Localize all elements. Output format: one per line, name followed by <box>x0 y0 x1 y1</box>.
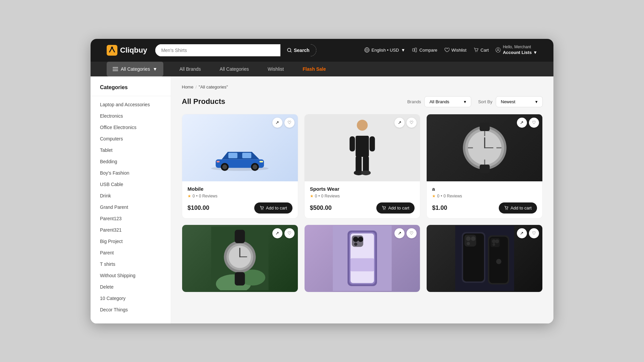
sidebar-item-without-shipping[interactable]: Without Shipping <box>91 270 171 281</box>
menu-icon <box>113 67 118 71</box>
nav-link-all-brands[interactable]: All Brands <box>170 62 210 76</box>
share-button-watch-hand[interactable]: ↗ <box>272 228 282 238</box>
share-button-sportswear[interactable]: ↗ <box>394 118 405 128</box>
sidebar-item-tshirts[interactable]: T shirts <box>91 258 171 270</box>
brands-selected: All Brands <box>429 99 449 104</box>
sidebar-item-electronics[interactable]: Electronics <box>91 110 171 122</box>
add-to-cart-sportswear[interactable]: Add to cart <box>376 202 415 214</box>
svg-point-74 <box>466 236 471 241</box>
sidebar-item-drink[interactable]: Drink <box>91 190 171 201</box>
svg-rect-48 <box>480 165 490 173</box>
sidebar-item-bedding[interactable]: Bedding <box>91 156 171 167</box>
wishlist-button-mobile[interactable]: ♡ <box>284 118 294 128</box>
account-arrow: ▼ <box>533 50 537 56</box>
star-icon: ★ <box>432 194 436 198</box>
sort-filter: Sort By Newest ▾ <box>478 96 543 107</box>
header: Cliqbuy Search English • USD ▼ <box>91 39 553 62</box>
sidebar-item-delete[interactable]: Delete <box>91 281 171 293</box>
breadcrumb-separator: / <box>196 84 197 89</box>
sidebar-item-laptop[interactable]: Laptop and Accessories <box>91 99 171 110</box>
wishlist-button-phone-purple[interactable]: ♡ <box>407 228 417 238</box>
star-icon: ★ <box>310 194 314 198</box>
add-to-cart-label-sportswear: Add to cart <box>388 205 409 210</box>
svg-point-75 <box>471 236 476 241</box>
products-header: All Products Brands All Brands ▾ Sort By… <box>182 96 543 107</box>
share-button-watch[interactable]: ↗ <box>517 118 527 128</box>
sidebar-item-usb-cable[interactable]: USB Cable <box>91 179 171 190</box>
svg-point-50 <box>507 209 508 210</box>
all-categories-button[interactable]: All Categories ▼ <box>107 62 163 76</box>
share-button-phone-black[interactable]: ↗ <box>517 228 527 238</box>
reviews-mobile: 0 Reviews <box>199 194 217 198</box>
account-name: Account Lists ▼ <box>503 50 537 56</box>
sidebar-item-parent123[interactable]: Parent123 <box>91 213 171 224</box>
svg-point-10 <box>477 51 477 52</box>
cart-button[interactable]: Cart <box>473 47 489 53</box>
product-image-sportswear: ↗ ♡ <box>305 114 420 181</box>
nav-link-flash-sale[interactable]: Flash Sale <box>293 62 335 76</box>
share-button-phone-purple[interactable]: ↗ <box>394 228 405 238</box>
svg-rect-25 <box>217 161 220 163</box>
logo-text: Cliqbuy <box>120 46 147 55</box>
sidebar-item-tablet[interactable]: Tablet <box>91 144 171 156</box>
sort-select[interactable]: Newest ▾ <box>496 96 543 107</box>
wishlist-button-phone-black[interactable]: ♡ <box>529 228 539 238</box>
product-image-phone-purple: ↗ ♡ <box>305 225 420 292</box>
svg-rect-69 <box>351 258 374 272</box>
sidebar-item-decor-things[interactable]: Decor Things <box>91 304 171 315</box>
sidebar-item-big-project[interactable]: Big Project <box>91 236 171 247</box>
search-button[interactable]: Search <box>280 44 316 56</box>
nav-links: All Brands All Categories Wishlist Flash… <box>170 62 335 76</box>
sidebar-item-computers[interactable]: Computers <box>91 133 171 144</box>
add-to-cart-watch[interactable]: Add to cart <box>499 202 537 214</box>
product-actions-phone-black: ↗ ♡ <box>517 228 539 238</box>
add-to-cart-label-watch: Add to cart <box>511 205 532 210</box>
language-selector[interactable]: English • USD ▼ <box>364 47 406 53</box>
rating-score-watch: 0 <box>437 194 439 198</box>
product-card-sportswear: ↗ ♡ Sports Wear ★ 0 • 0 Reviews <box>304 114 421 219</box>
product-name-sportswear: Sports Wear <box>310 186 415 192</box>
sidebar-item-office-electronics[interactable]: Office Electronics <box>91 122 171 133</box>
nav-link-all-categories[interactable]: All Categories <box>210 62 258 76</box>
share-button-mobile[interactable]: ↗ <box>272 118 282 128</box>
sidebar-item-boys-fashion[interactable]: Boy's Fashion <box>91 167 171 179</box>
wishlist-button-watch-hand[interactable]: ♡ <box>284 228 294 238</box>
cart-label: Cart <box>481 48 489 53</box>
star-icon: ★ <box>187 194 191 198</box>
logo[interactable]: Cliqbuy <box>107 45 147 56</box>
svg-point-68 <box>354 243 358 246</box>
compare-button[interactable]: Compare <box>412 47 437 53</box>
product-actions-mobile: ↗ ♡ <box>272 118 294 128</box>
nav-link-wishlist[interactable]: Wishlist <box>258 62 293 76</box>
svg-rect-59 <box>235 230 245 243</box>
brands-select[interactable]: All Brands ▾ <box>424 96 471 107</box>
svg-rect-8 <box>415 48 417 52</box>
breadcrumb-home[interactable]: Home <box>182 84 194 89</box>
sidebar: Categories Laptop and Accessories Electr… <box>91 76 171 323</box>
wishlist-button[interactable]: Wishlist <box>444 47 467 53</box>
product-image-mobile: ↗ ♡ <box>182 114 298 181</box>
rating-dot: • <box>318 194 320 198</box>
product-card-watch-hand: ↗ ♡ <box>182 225 298 292</box>
sidebar-item-parent[interactable]: Parent <box>91 247 171 258</box>
svg-line-3 <box>290 51 291 52</box>
all-categories-arrow: ▼ <box>153 66 157 72</box>
car-image <box>210 141 270 175</box>
svg-rect-24 <box>260 161 263 163</box>
rating-score-sportswear: 0 <box>315 194 317 198</box>
account-lists-label: Account Lists <box>503 50 532 56</box>
sidebar-item-10-category[interactable]: 10 Category <box>91 293 171 304</box>
sidebar-item-grand-parent[interactable]: Grand Parent <box>91 201 171 213</box>
product-card-phone-purple: ↗ ♡ <box>304 225 421 292</box>
product-name-mobile: Mobile <box>187 186 292 192</box>
account-button[interactable]: Hello, Merchant Account Lists ▼ <box>495 45 537 55</box>
svg-rect-19 <box>243 153 252 158</box>
wishlist-button-sportswear[interactable]: ♡ <box>407 118 417 128</box>
add-to-cart-mobile[interactable]: Add to cart <box>254 202 292 214</box>
sidebar-item-parent321[interactable]: Parent321 <box>91 224 171 236</box>
logo-icon <box>107 45 117 56</box>
wishlist-button-watch[interactable]: ♡ <box>529 118 539 128</box>
search-input[interactable] <box>155 44 280 56</box>
product-image-watch: ↗ ♡ <box>427 114 542 181</box>
nav-bar: All Categories ▼ All Brands All Categori… <box>91 62 553 76</box>
